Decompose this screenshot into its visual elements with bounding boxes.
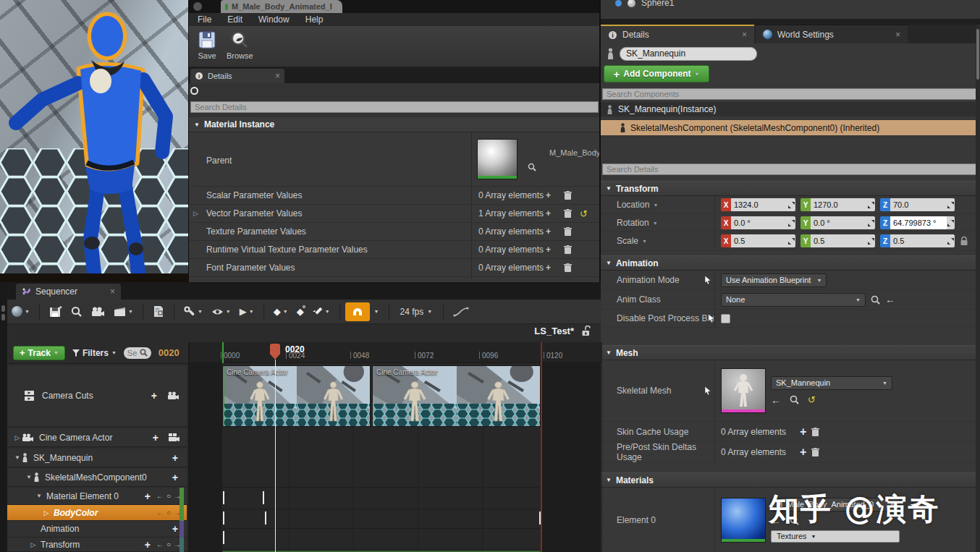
find-asset-button[interactable] bbox=[71, 306, 83, 318]
track-camera-cuts[interactable]: Camera Cuts + bbox=[7, 365, 187, 427]
material-details-tab[interactable]: i Details × bbox=[190, 69, 284, 83]
add-element-icon[interactable]: + bbox=[800, 425, 806, 438]
element0-material-thumbnail[interactable] bbox=[721, 498, 766, 543]
render-movie-button[interactable]: ▼ bbox=[114, 307, 133, 317]
keyframe-nav[interactable]: ←○→ bbox=[156, 540, 181, 548]
chevron-down-icon[interactable]: ▼ bbox=[653, 203, 658, 208]
close-icon[interactable]: × bbox=[336, 1, 341, 12]
close-icon[interactable]: × bbox=[742, 30, 747, 40]
collapse-icon[interactable]: ▼ bbox=[35, 493, 43, 499]
expand-icon[interactable]: ▷ bbox=[13, 434, 22, 441]
add-element-icon[interactable]: + bbox=[546, 245, 551, 255]
rotation-label[interactable]: Rotation bbox=[617, 218, 649, 228]
menu-file[interactable]: File bbox=[198, 14, 211, 25]
add-element-icon[interactable]: + bbox=[546, 208, 551, 218]
current-frame-value[interactable]: 0020 bbox=[159, 347, 179, 358]
disable-postprocess-checkbox[interactable] bbox=[721, 314, 730, 323]
scale-x-field[interactable]: X0.5 bbox=[721, 234, 795, 247]
track-search-input[interactable]: Se bbox=[124, 347, 151, 359]
lock-icon[interactable] bbox=[960, 236, 968, 246]
track-bodycolor[interactable]: ▷ BodyColor ←○→ bbox=[7, 505, 187, 521]
gutter-handle[interactable] bbox=[1, 314, 5, 320]
scale-z-field[interactable]: Z0.5 bbox=[880, 234, 955, 247]
magnifier-icon[interactable] bbox=[790, 395, 799, 404]
close-icon[interactable]: × bbox=[895, 30, 900, 40]
close-icon[interactable]: × bbox=[110, 286, 115, 297]
chevron-down-icon[interactable]: ▼ bbox=[653, 221, 658, 226]
magnifier-icon[interactable] bbox=[528, 163, 536, 171]
drag-corner-icon[interactable] bbox=[867, 198, 875, 211]
animation-header[interactable]: ▼ Animation bbox=[601, 255, 980, 271]
param-row-scalar[interactable]: Scalar Parameter Values 0 Array elements… bbox=[189, 187, 601, 205]
snap-magnet-button[interactable] bbox=[345, 302, 370, 321]
add-component-button[interactable]: + Add Component ▼ bbox=[604, 65, 709, 82]
unlock-icon[interactable] bbox=[581, 326, 591, 336]
drag-corner-icon[interactable] bbox=[787, 216, 795, 229]
track-sk-mannequin[interactable]: ▼ SK_Mannequin + bbox=[7, 449, 187, 467]
add-section-icon[interactable]: + bbox=[151, 390, 157, 402]
trash-icon[interactable] bbox=[564, 263, 572, 272]
track-skeletalmeshcomponent[interactable]: ▼ SkeletalMeshComponent0 + bbox=[7, 468, 187, 487]
search-components-input[interactable] bbox=[602, 88, 979, 100]
animation-mode-dropdown[interactable]: Use Animation Blueprint▼ bbox=[721, 273, 827, 287]
add-section-icon[interactable]: + bbox=[172, 472, 178, 483]
chevron-down-icon[interactable]: ▼ bbox=[374, 309, 379, 314]
trash-icon[interactable] bbox=[811, 428, 819, 436]
save-button[interactable]: Save bbox=[198, 30, 216, 67]
use-selected-arrow-icon[interactable]: ← bbox=[885, 294, 895, 305]
scale-label[interactable]: Scale bbox=[617, 236, 638, 246]
trash-icon[interactable] bbox=[564, 191, 572, 200]
skeletal-mesh-thumbnail[interactable] bbox=[721, 368, 766, 413]
close-icon[interactable]: × bbox=[275, 71, 280, 81]
viewport-3d[interactable] bbox=[0, 0, 188, 282]
materials-header[interactable]: ▼ Materials bbox=[601, 472, 980, 488]
playhead-line[interactable] bbox=[275, 360, 276, 552]
current-level-button[interactable]: ▼ bbox=[12, 306, 30, 317]
add-element-icon[interactable]: + bbox=[546, 263, 551, 273]
rotation-z-field[interactable]: Z64.799873 ° bbox=[880, 216, 955, 229]
add-section-icon[interactable]: + bbox=[153, 432, 159, 443]
magnifier-icon[interactable] bbox=[871, 295, 880, 305]
keyframe-tick[interactable] bbox=[223, 491, 224, 504]
skeletal-mesh-dropdown[interactable]: SK_Mannequin▼ bbox=[771, 376, 892, 390]
add-track-button[interactable]: +Track▼ bbox=[13, 346, 65, 360]
menu-help[interactable]: Help bbox=[305, 14, 324, 25]
drag-corner-icon[interactable] bbox=[867, 234, 875, 247]
param-row-vector[interactable]: ▷ Vector Parameter Values 1 Array elemen… bbox=[189, 205, 601, 223]
add-element-icon[interactable]: + bbox=[546, 190, 551, 200]
scale-y-field[interactable]: Y0.5 bbox=[801, 234, 875, 247]
expand-icon[interactable]: ▷ bbox=[42, 509, 51, 517]
transform-header[interactable]: ▼ Transform bbox=[601, 181, 980, 196]
drag-corner-icon[interactable] bbox=[947, 234, 955, 247]
trash-icon[interactable] bbox=[564, 209, 572, 218]
track-material-element[interactable]: ▼ Material Element 0 + ←○→ bbox=[7, 488, 187, 505]
add-section-icon[interactable]: + bbox=[172, 452, 178, 464]
keyframe-tick[interactable] bbox=[223, 531, 224, 544]
drag-corner-icon[interactable] bbox=[787, 198, 795, 211]
rotation-y-field[interactable]: Y0.0 ° bbox=[801, 216, 875, 229]
view-options-button[interactable]: ▼ bbox=[211, 307, 231, 316]
menu-window[interactable]: Window bbox=[258, 14, 290, 25]
param-row-font[interactable]: Font Parameter Values 0 Array elements + bbox=[189, 259, 601, 277]
anim-class-dropdown[interactable]: None▼ bbox=[721, 293, 866, 307]
expand-icon[interactable]: ▷ bbox=[193, 210, 198, 217]
camera-lock-icon[interactable] bbox=[167, 391, 179, 400]
trash-icon[interactable] bbox=[564, 227, 572, 236]
gutter-handle[interactable] bbox=[1, 305, 5, 312]
expand-icon[interactable]: ▷ bbox=[29, 541, 38, 548]
track-cine-camera-actor[interactable]: ▷ Cine Camera Actor + bbox=[7, 428, 187, 447]
parent-material-thumbnail[interactable] bbox=[477, 139, 518, 179]
timeline-area[interactable]: 0000 0024 0048 0072 0096 0120 Cine Camer… bbox=[188, 342, 601, 552]
location-z-field[interactable]: Z70.0 bbox=[880, 198, 955, 211]
search-details-input[interactable] bbox=[602, 164, 979, 175]
camera-button[interactable] bbox=[91, 307, 105, 317]
trash-icon[interactable] bbox=[811, 448, 819, 457]
drag-corner-icon[interactable] bbox=[867, 216, 875, 229]
drag-corner-icon[interactable] bbox=[947, 216, 955, 229]
actor-name-input[interactable] bbox=[620, 47, 757, 61]
param-row-texture[interactable]: Texture Parameter Values 0 Array element… bbox=[189, 223, 601, 241]
reset-to-default-icon[interactable]: ↺ bbox=[580, 208, 588, 219]
component-row-skeletalmesh[interactable]: SkeletalMeshComponent (SkeletalMeshCompo… bbox=[601, 120, 980, 135]
keyframe-nav[interactable]: ←○→ bbox=[156, 492, 181, 500]
collapse-icon[interactable]: ▼ bbox=[25, 474, 33, 480]
